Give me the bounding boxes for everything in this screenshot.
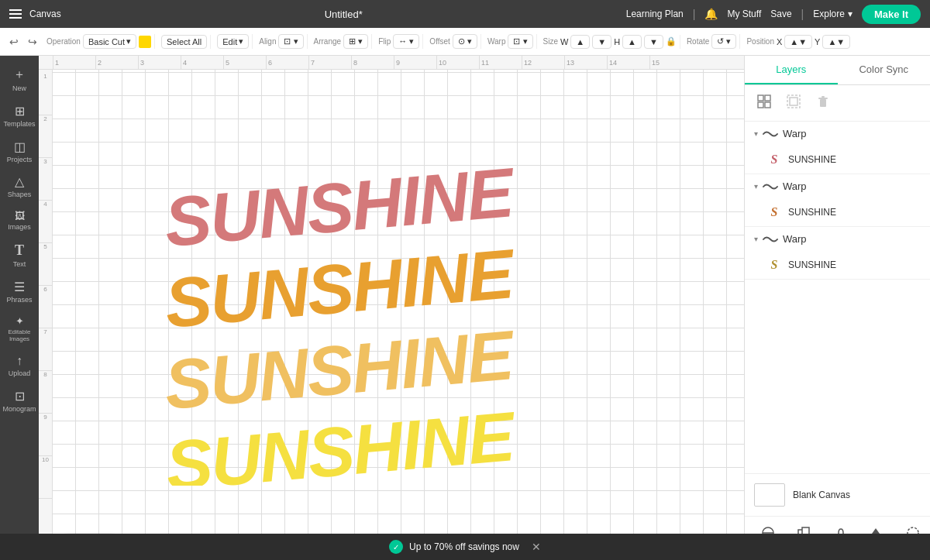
chevron-icon-2: ▾ [754, 182, 758, 191]
sidebar-item-templates[interactable]: ⊞ Templates [2, 99, 36, 133]
toolbar: ↩ ↪ Operation Basic Cut ▾ Select All Edi… [0, 28, 930, 56]
sunshine-label-3: SUNSHINE [788, 259, 836, 270]
group-button[interactable] [751, 91, 777, 115]
svg-rect-7 [765, 102, 770, 108]
sidebar-item-images[interactable]: 🖼 Images [2, 205, 36, 236]
nav-divider-1: | [693, 8, 696, 20]
bell-icon: 🔔 [704, 8, 718, 20]
size-w-stepper-up[interactable]: ▲ [570, 35, 590, 49]
size-h-stepper-up[interactable]: ▲ [622, 35, 642, 49]
layer-child-sunshine-2[interactable]: S SUNSHINE [745, 198, 930, 226]
ruler-mark: 1 [53, 56, 95, 70]
wave-icon-1 [763, 129, 778, 139]
group-icon [757, 94, 771, 108]
main-layout: ＋ New ⊞ Templates ◫ Projects △ Shapes 🖼 … [0, 56, 930, 560]
learning-plan-btn[interactable]: Learning Plan [626, 9, 684, 19]
ungroup-icon [787, 94, 801, 108]
lock-icon: 🔒 [666, 36, 677, 46]
operation-label: Operation [46, 37, 81, 46]
sidebar-label-text: Text [13, 260, 26, 269]
warp-header-1[interactable]: ▾ Warp [745, 122, 930, 146]
sidebar-label-projects: Projects [7, 156, 33, 164]
operation-select[interactable]: Basic Cut ▾ [83, 34, 136, 49]
sidebar-item-monogram[interactable]: ⊡ Monogram [2, 384, 36, 418]
sidebar-item-projects[interactable]: ◫ Projects [2, 135, 36, 169]
sidebar-item-text[interactable]: T Text [2, 238, 36, 273]
sunshine-label-1: SUNSHINE [788, 154, 836, 165]
arrange-btn[interactable]: ⊞ ▾ [343, 34, 368, 49]
hamburger-menu[interactable] [9, 9, 22, 19]
my-stuff-btn[interactable]: My Stuff [727, 9, 761, 19]
tab-layers[interactable]: Layers [745, 56, 838, 84]
ruler-mark: 10 [436, 56, 479, 70]
warp-label-2: Warp [783, 180, 807, 192]
size-h-stepper-down[interactable]: ▼ [644, 35, 663, 49]
save-btn[interactable]: Save [770, 9, 791, 19]
promo-close-button[interactable]: ✕ [532, 541, 541, 553]
offset-btn[interactable]: ⊙ ▾ [453, 34, 477, 49]
select-all-btn[interactable]: Select All [161, 35, 207, 49]
size-label: Size [543, 37, 558, 46]
rotate-group: Rotate ↺ ▾ [684, 34, 741, 49]
templates-icon: ⊞ [15, 104, 25, 119]
size-w-label: W [560, 37, 568, 46]
layer-child-sunshine-1[interactable]: S SUNSHINE [745, 146, 930, 173]
rotate-stepper[interactable]: ↺ ▾ [711, 34, 736, 49]
pos-x-stepper[interactable]: ▲▼ [784, 35, 812, 49]
align-label: Align [259, 37, 276, 46]
ruler-mark: 14 [607, 56, 649, 70]
size-h-label: H [614, 37, 620, 46]
wave-icon-2 [763, 181, 778, 192]
svg-rect-4 [758, 95, 763, 101]
canvas-content[interactable]: SUNSHINE SUNSHINE SUNSHINE SUNSHINE [53, 70, 744, 560]
delete-button[interactable] [810, 91, 836, 115]
sidebar-item-upload[interactable]: ↑ Upload [2, 349, 36, 383]
pos-y-stepper[interactable]: ▲▼ [822, 35, 850, 49]
bell-btn[interactable]: 🔔 [704, 8, 718, 20]
phrases-icon: ☰ [14, 280, 25, 294]
layer-child-sunshine-3[interactable]: S SUNSHINE [745, 251, 930, 279]
sidebar-label-images: Images [8, 223, 31, 232]
layer-group-warp-1: ▾ Warp S SUNSHINE [745, 122, 930, 174]
ungroup-button[interactable] [780, 91, 807, 115]
ruler-mark: 5 [223, 56, 266, 70]
layer-group-warp-2: ▾ Warp S SUNSHINE [745, 174, 930, 227]
sidebar-item-phrases[interactable]: ☰ Phrases [2, 275, 36, 309]
svg-marker-18 [872, 528, 880, 534]
edit-btn[interactable]: Edit ▾ [217, 34, 249, 49]
color-swatch[interactable] [139, 36, 151, 48]
s-icon-2: S [766, 204, 782, 220]
explore-btn[interactable]: Explore ▾ [813, 9, 852, 19]
sidebar-item-shapes[interactable]: △ Shapes [2, 170, 36, 204]
svg-rect-12 [822, 96, 825, 98]
warp-header-3[interactable]: ▾ Warp [745, 227, 930, 251]
flip-group: Flip ↔ ▾ [375, 34, 423, 49]
sidebar-item-editable-images[interactable]: ✦ Editable Images [2, 311, 36, 348]
ruler-marks: 1 2 3 4 5 6 7 8 9 10 11 12 13 14 15 [53, 56, 692, 70]
arrange-group: Arrange ⊞ ▾ [311, 34, 373, 49]
shapes-icon: △ [15, 174, 24, 189]
plus-icon: ＋ [13, 67, 26, 83]
warp-group: Warp ⊡ ▾ [484, 34, 537, 49]
canvas-title[interactable]: Canvas [29, 9, 61, 19]
promo-banner: ✓ Up to 70% off savings now ✕ [0, 534, 930, 560]
blank-canvas-label: Blank Canvas [793, 490, 850, 500]
ruler-vertical: 1 2 3 4 5 6 7 8 9 10 [39, 70, 53, 560]
warp-btn[interactable]: ⊡ ▾ [508, 34, 532, 49]
make-it-button[interactable]: Make It [862, 5, 921, 24]
size-w-stepper-down[interactable]: ▼ [592, 35, 611, 49]
undo-button[interactable]: ↩ [6, 34, 22, 50]
align-btn[interactable]: ⊡ ▾ [278, 34, 303, 49]
upload-icon: ↑ [16, 354, 22, 368]
flip-btn[interactable]: ↔ ▾ [393, 34, 419, 49]
canvas-area[interactable]: 1 2 3 4 5 6 7 8 9 10 11 12 13 14 15 1 2 [39, 56, 744, 560]
warp-header-2[interactable]: ▾ Warp [745, 174, 930, 198]
position-label: Position [746, 37, 774, 46]
tab-color-sync[interactable]: Color Sync [838, 56, 931, 84]
offset-label: Offset [429, 37, 450, 46]
flip-label: Flip [378, 37, 391, 46]
sidebar-item-new[interactable]: ＋ New [2, 62, 36, 98]
redo-button[interactable]: ↪ [25, 34, 40, 50]
ruler-mark: 13 [564, 56, 607, 70]
chevron-icon-1: ▾ [754, 129, 758, 138]
